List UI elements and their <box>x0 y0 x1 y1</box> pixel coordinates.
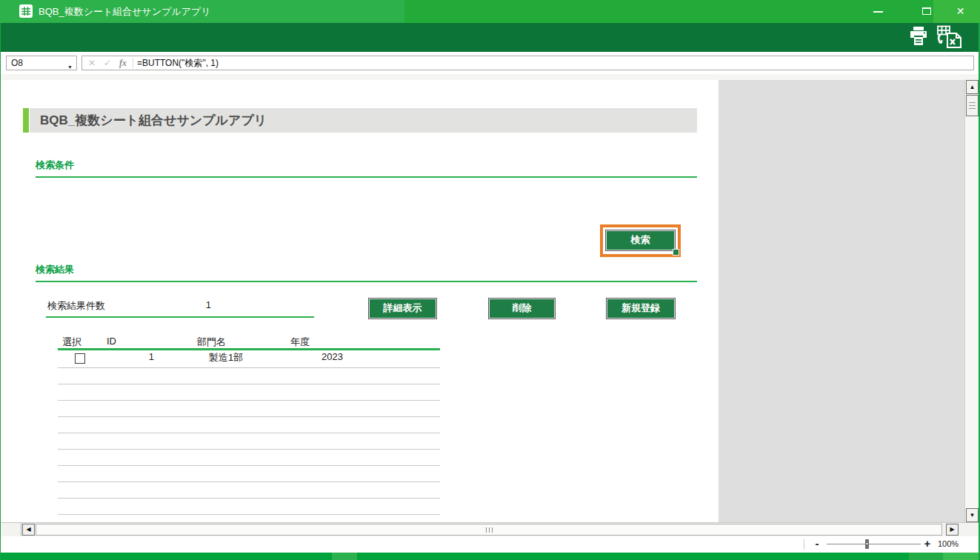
empty-row-line <box>58 384 440 384</box>
cell-name-box[interactable]: O8 ▼ <box>6 56 77 70</box>
column-header-select: 選択 <box>62 336 81 349</box>
zoom-slider-handle[interactable] <box>865 539 869 549</box>
vertical-scrollbar[interactable]: ▲ ▼ <box>964 80 979 522</box>
empty-row-line <box>58 449 440 450</box>
title-bar: BQB_複数シート組合せサンプルアプリ ✕ <box>0 0 980 23</box>
fx-icon[interactable]: fx <box>116 56 130 70</box>
excel-export-icon <box>935 25 964 49</box>
empty-row-line <box>58 481 440 482</box>
close-icon: ✕ <box>944 0 977 23</box>
status-bar-segment <box>332 553 357 560</box>
empty-row-line <box>58 400 440 401</box>
triangle-right-icon: ▶ <box>950 526 954 533</box>
formula-bar: O8 ▼ ✕ ✓ fx =BUTTON("検索", 1) <box>0 52 980 74</box>
status-bar-segment <box>909 553 943 560</box>
chevron-down-icon[interactable]: ▼ <box>67 61 73 74</box>
empty-row-line <box>58 433 440 433</box>
column-header-department: 部門名 <box>197 336 226 349</box>
minimize-icon <box>873 11 883 13</box>
column-header-id: ID <box>107 336 116 347</box>
table-header-rule <box>58 348 440 350</box>
cell-year: 2023 <box>321 351 343 362</box>
window-title: BQB_複数シート組合せサンプルアプリ <box>39 0 211 23</box>
empty-row-line <box>58 498 440 499</box>
status-bar-segment <box>943 553 980 560</box>
formula-confirm-icon[interactable]: ✓ <box>101 56 114 70</box>
cell-reference: O8 <box>11 58 23 68</box>
content-viewport: BQB_複数シート組合せサンプルアプリ 検索条件 検索 検索結果 検索結果件数 … <box>0 80 980 522</box>
formula-text: =BUTTON("検索", 1) <box>137 56 219 70</box>
row-checkbox[interactable] <box>75 353 85 364</box>
zoom-level: 100% <box>938 539 959 548</box>
cell-department: 製造1部 <box>209 351 243 364</box>
maximize-button[interactable] <box>910 0 943 23</box>
side-panel <box>719 80 964 522</box>
results-table: 選択 ID 部門名 年度 1 製造1部 2023 <box>1 80 719 522</box>
triangle-left-icon: ◀ <box>26 526 30 533</box>
formula-input[interactable]: ✕ ✓ fx =BUTTON("検索", 1) <box>81 56 974 70</box>
bottom-bar-divider <box>804 539 804 550</box>
scroll-up-button[interactable]: ▲ <box>966 80 979 94</box>
triangle-down-icon: ▼ <box>970 512 976 519</box>
page-canvas: BQB_複数シート組合せサンプルアプリ 検索条件 検索 検索結果 検索結果件数 … <box>1 80 719 522</box>
table-row-divider <box>58 367 440 368</box>
triangle-up-icon: ▲ <box>970 84 976 90</box>
status-bar <box>0 553 980 560</box>
formula-cancel-icon[interactable]: ✕ <box>85 56 99 70</box>
print-icon <box>907 25 930 47</box>
zoom-slider[interactable] <box>827 544 921 544</box>
window-border-left <box>0 23 1 560</box>
minimize-button[interactable] <box>861 0 895 23</box>
scroll-right-button[interactable]: ▶ <box>946 524 959 536</box>
toolbar <box>0 23 980 52</box>
scroll-left-button[interactable]: ◀ <box>22 524 35 536</box>
empty-row-line <box>58 514 440 515</box>
empty-row-line <box>58 465 440 466</box>
zoom-in-button[interactable]: + <box>921 537 933 550</box>
cell-id: 1 <box>113 351 154 362</box>
app-window: BQB_複数シート組合せサンプルアプリ ✕ <box>0 0 980 560</box>
formula-separator <box>133 58 133 68</box>
maximize-icon <box>922 7 931 15</box>
empty-row-line <box>58 416 440 417</box>
spreadsheet-app-icon <box>19 4 33 18</box>
scroll-down-button[interactable]: ▼ <box>966 508 979 522</box>
bottom-bar: - + 100% <box>0 536 980 553</box>
column-header-year: 年度 <box>290 336 310 349</box>
scroll-thumb-grip <box>486 527 493 533</box>
zoom-out-button[interactable]: - <box>811 537 823 550</box>
print-button[interactable] <box>907 25 933 50</box>
vertical-scroll-thumb[interactable] <box>966 95 979 116</box>
formula-gap-strip <box>0 74 980 80</box>
close-button[interactable]: ✕ <box>944 0 977 23</box>
scrollbar-corner <box>1 523 21 537</box>
horizontal-scrollbar[interactable]: ◀ ▶ <box>0 522 980 536</box>
excel-export-button[interactable] <box>935 25 967 50</box>
